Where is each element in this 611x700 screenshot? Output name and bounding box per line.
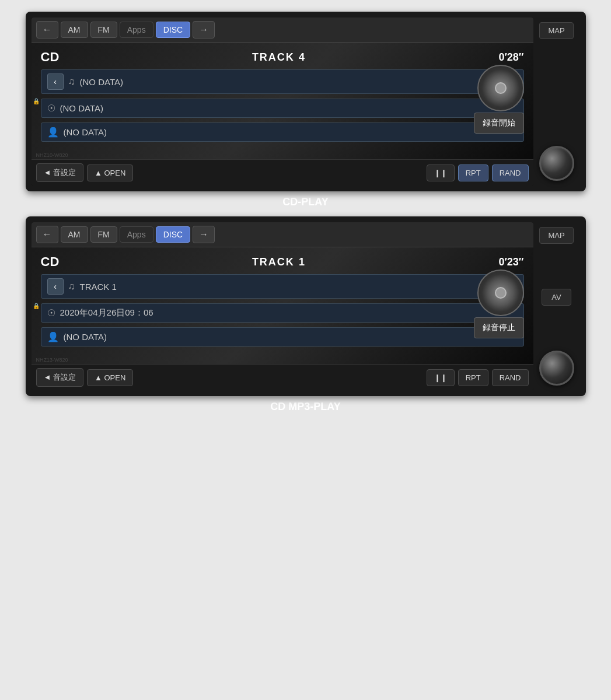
lock-icon-2: 🔒 — [33, 303, 40, 309]
time-display-1: 0′28″ — [499, 51, 524, 64]
model-text-1: NHZ10-W820 — [36, 152, 68, 158]
cd-disc-inner-2 — [495, 287, 507, 299]
album-text-2: 2020年04月26日09：06 — [60, 307, 153, 318]
cd-disc-inner-1 — [495, 82, 507, 94]
volume-knob-1[interactable] — [539, 146, 574, 181]
top-info-2: CD TRACK 1 0′23″ — [41, 254, 524, 270]
rpt-btn-1[interactable]: RPT — [458, 164, 488, 181]
time-display-2: 0′23″ — [499, 256, 524, 268]
note-icon-2: ♫ — [68, 281, 75, 292]
rpt-btn-2[interactable]: RPT — [458, 369, 488, 386]
bottom-controls-2: ◄ 音設定 ▲ OPEN ❙❙ RPT RAND — [32, 364, 533, 390]
model-text-2: NHZ13-W820 — [36, 357, 68, 363]
volume-knob-2[interactable] — [539, 351, 574, 386]
record-btn-1[interactable]: 録音開始 — [474, 113, 524, 134]
nav-bar-2: ← AM FM Apps DISC → — [32, 222, 533, 247]
nav-apps-2[interactable]: Apps — [120, 226, 153, 243]
screen-2: ← AM FM Apps DISC → CD TRACK 1 0′23″ — [32, 222, 533, 390]
track-name-text-1: (NO DATA) — [80, 77, 123, 87]
artist-row-1: 👤 (NO DATA) — [41, 123, 524, 142]
prev-track-1[interactable]: ‹ — [47, 74, 64, 90]
nav-back-2[interactable]: ← — [36, 226, 58, 243]
av-btn-2[interactable]: AV — [542, 289, 571, 306]
note-icon-1: ♫ — [68, 76, 75, 87]
caption-1: CD-PLAY — [26, 196, 586, 208]
unit1-wrapper: ← AM FM Apps DISC → CD TRACK 4 0′28″ — [26, 12, 586, 211]
nav-fm-2[interactable]: FM — [90, 226, 117, 243]
top-info-1: CD TRACK 4 0′28″ — [41, 50, 524, 65]
map-btn-2[interactable]: MAP — [539, 227, 573, 244]
sound-btn-2[interactable]: ◄ 音設定 — [36, 368, 83, 387]
album-row-2: ☉ 2020年04月26日09：06 — [41, 303, 524, 323]
sound-btn-1[interactable]: ◄ 音設定 — [36, 163, 83, 182]
head-unit-1: ← AM FM Apps DISC → CD TRACK 4 0′28″ — [26, 12, 586, 191]
rand-btn-1[interactable]: RAND — [492, 164, 529, 181]
artist-row-2: 👤 (NO DATA) — [41, 327, 524, 346]
head-unit-2: ← AM FM Apps DISC → CD TRACK 1 0′23″ — [26, 216, 586, 396]
right-controls-2: MAP AV — [533, 222, 580, 390]
main-content-2: CD TRACK 1 0′23″ ‹ ♫ TRACK 1 › — [32, 247, 533, 364]
artist-text-2: (NO DATA) — [64, 332, 107, 342]
rand-btn-2[interactable]: RAND — [492, 369, 529, 386]
cd-disc-2 — [477, 270, 524, 316]
lock-icon-1: 🔒 — [33, 98, 40, 104]
nav-disc-1[interactable]: DISC — [156, 22, 190, 38]
nav-fwd-1[interactable]: → — [193, 21, 215, 38]
album-text-1: (NO DATA) — [60, 103, 103, 113]
disc-icon-2: ☉ — [47, 307, 55, 318]
nav-apps-1[interactable]: Apps — [120, 22, 153, 38]
record-btn-2[interactable]: 録音停止 — [474, 317, 524, 338]
right-controls-1: MAP — [533, 18, 580, 186]
pause-btn-2[interactable]: ❙❙ — [427, 369, 455, 386]
track-row-left-1: ♫ (NO DATA) — [68, 76, 497, 87]
cd-label-1: CD — [41, 50, 60, 65]
nav-bar-1: ← AM FM Apps DISC → — [32, 18, 533, 43]
unit2-wrapper: ← AM FM Apps DISC → CD TRACK 1 0′23″ — [26, 216, 586, 415]
main-content-1: CD TRACK 4 0′28″ ‹ ♫ (NO DATA) › — [32, 43, 533, 159]
disc-icon-1: ☉ — [47, 103, 55, 114]
track-info-1: TRACK 4 — [252, 51, 306, 64]
open-btn-2[interactable]: ▲ OPEN — [87, 369, 133, 386]
bottom-controls-1: ◄ 音設定 ▲ OPEN ❙❙ RPT RAND — [32, 159, 533, 186]
nav-back-1[interactable]: ← — [36, 21, 58, 38]
track-row-left-2: ♫ TRACK 1 — [68, 281, 497, 292]
open-btn-1[interactable]: ▲ OPEN — [87, 164, 133, 181]
nav-fm-1[interactable]: FM — [90, 22, 117, 38]
cd-label-2: CD — [41, 254, 60, 270]
pause-btn-1[interactable]: ❙❙ — [427, 164, 455, 181]
screen-1: ← AM FM Apps DISC → CD TRACK 4 0′28″ — [32, 18, 533, 186]
track-name-text-2: TRACK 1 — [80, 282, 117, 292]
nav-am-1[interactable]: AM — [61, 22, 88, 38]
nav-disc-2[interactable]: DISC — [156, 226, 190, 243]
artist-text-1: (NO DATA) — [64, 127, 107, 137]
person-icon-1: 👤 — [47, 127, 59, 138]
track-name-row-1: ‹ ♫ (NO DATA) › — [41, 69, 524, 94]
person-icon-2: 👤 — [47, 331, 59, 342]
map-btn-1[interactable]: MAP — [539, 22, 573, 39]
nav-fwd-2[interactable]: → — [193, 226, 215, 243]
track-info-2: TRACK 1 — [252, 256, 306, 268]
caption-2: CD MP3-PLAY — [26, 401, 586, 413]
track-name-row-2: ‹ ♫ TRACK 1 › — [41, 274, 524, 299]
nav-am-2[interactable]: AM — [61, 226, 88, 243]
cd-disc-1 — [477, 65, 524, 111]
album-row-1: ☉ (NO DATA) — [41, 99, 524, 118]
prev-track-2[interactable]: ‹ — [47, 278, 64, 295]
